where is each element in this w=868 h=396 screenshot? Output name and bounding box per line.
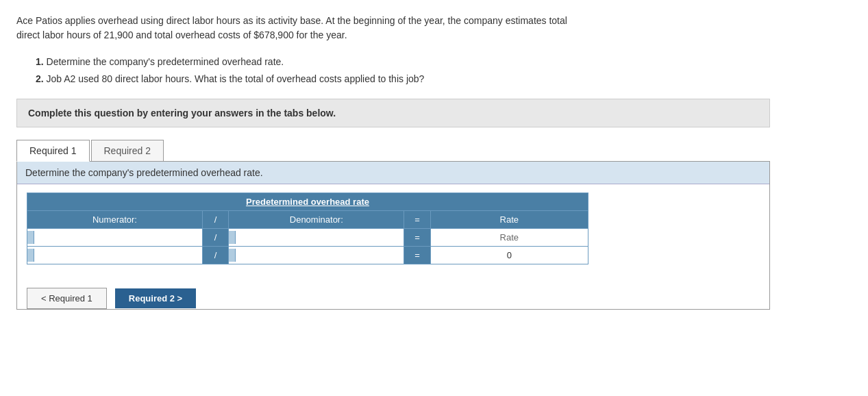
row2-rate-cell: 0 xyxy=(430,247,588,264)
header-numerator: Numerator: xyxy=(27,211,203,229)
intro-paragraph: Ace Patios applies overhead using direct… xyxy=(16,14,770,42)
table-area: Predetermined overhead rate Numerator: /… xyxy=(17,184,769,277)
tab-description-text: Determine the company's predetermined ov… xyxy=(25,167,263,178)
header-equals: = xyxy=(404,211,430,229)
forward-button-label: Required 2 > xyxy=(129,293,182,304)
table-row: / = Rate xyxy=(27,229,588,247)
header-denominator-label: Denominator: xyxy=(290,214,343,225)
question-1-num: 1. xyxy=(36,56,44,67)
table-title-text: Predetermined overhead rate xyxy=(246,197,369,207)
tabs-row: Required 1 Required 2 xyxy=(16,140,770,162)
row1-denominator-input[interactable] xyxy=(236,231,404,244)
row2-numerator-cell xyxy=(27,247,203,264)
question-2: 2. Job A2 used 80 direct labor hours. Wh… xyxy=(36,72,852,86)
row2-rate-value: 0 xyxy=(507,250,512,260)
row1-slash: / xyxy=(202,229,228,247)
question-1-text: Determine the company's predetermined ov… xyxy=(47,56,284,67)
row1-equals: = xyxy=(404,229,430,247)
row2-denominator-input[interactable] xyxy=(236,249,404,262)
header-denominator: Denominator: xyxy=(229,211,404,229)
row1-rate-cell: Rate xyxy=(430,229,588,247)
row2-equals: = xyxy=(404,247,430,264)
row2-numerator-input[interactable] xyxy=(34,249,202,262)
overhead-table: Predetermined overhead rate Numerator: /… xyxy=(27,193,588,264)
tab-required2-label: Required 2 xyxy=(104,145,151,156)
header-rate-label: Rate xyxy=(500,214,519,225)
row1-numerator-input[interactable] xyxy=(34,231,202,244)
questions-list: 1. Determine the company's predetermined… xyxy=(36,55,852,86)
tab-required1[interactable]: Required 1 xyxy=(16,140,90,162)
question-2-text: Job A2 used 80 direct labor hours. What … xyxy=(47,73,425,84)
forward-button[interactable]: Required 2 > xyxy=(115,288,196,308)
row2-slash: / xyxy=(202,247,228,264)
tab-content: Determine the company's predetermined ov… xyxy=(16,162,770,310)
row1-numerator-cell xyxy=(27,229,203,247)
tab-required2[interactable]: Required 2 xyxy=(91,140,164,161)
row2-denominator-cell xyxy=(229,247,404,264)
row1-denominator-cell xyxy=(229,229,404,247)
tab-required1-label: Required 1 xyxy=(29,145,77,156)
instruction-box: Complete this question by entering your … xyxy=(16,99,770,127)
buttons-row: < Required 1 Required 2 > xyxy=(17,288,769,309)
back-button-label: < Required 1 xyxy=(41,293,92,304)
header-slash: / xyxy=(202,211,228,229)
tab-description: Determine the company's predetermined ov… xyxy=(17,162,769,184)
header-numerator-label: Numerator: xyxy=(92,214,137,225)
row1-rate-value: Rate xyxy=(500,232,519,243)
table-title: Predetermined overhead rate xyxy=(27,193,588,211)
intro-line1: Ace Patios applies overhead using direct… xyxy=(16,15,567,26)
intro-line2: direct labor hours of 21,900 and total o… xyxy=(16,29,347,40)
table-row: / = 0 xyxy=(27,247,588,264)
header-rate: Rate xyxy=(430,211,588,229)
tabs-container: Required 1 Required 2 Determine the comp… xyxy=(16,140,770,310)
question-2-num: 2. xyxy=(36,73,44,84)
instruction-text: Complete this question by entering your … xyxy=(28,108,336,119)
back-button[interactable]: < Required 1 xyxy=(27,288,107,309)
question-1: 1. Determine the company's predetermined… xyxy=(36,55,852,69)
